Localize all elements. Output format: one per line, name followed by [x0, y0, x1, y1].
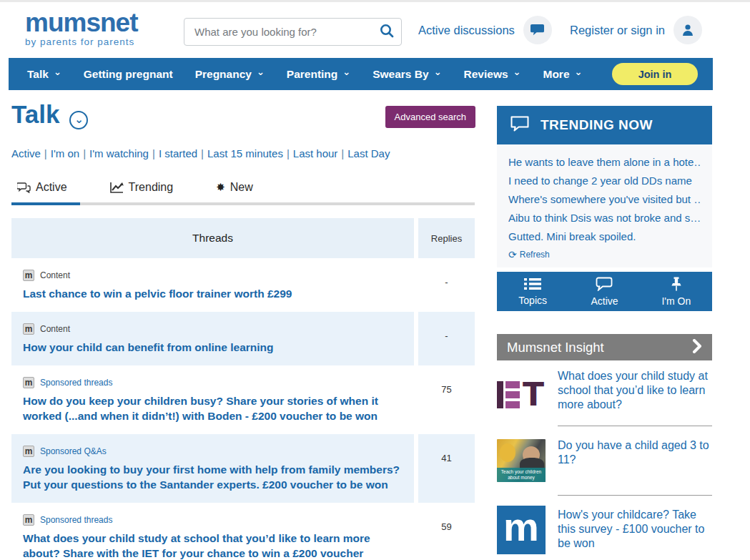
table-row[interactable]: mContent Last chance to win a pelvic flo…: [11, 258, 475, 312]
thread-category: Content: [40, 324, 70, 334]
filter-last-hour[interactable]: Last hour: [293, 147, 338, 159]
thread-title[interactable]: How do you keep your children busy? Shar…: [23, 393, 403, 423]
filter-active[interactable]: Active: [11, 147, 41, 159]
main-content: Talk⌄ Advanced search Active|I'm on|I'm …: [11, 100, 475, 560]
quickbar-im-on-label: I'm On: [661, 295, 691, 307]
search-button[interactable]: [372, 19, 401, 45]
trending-item[interactable]: Gutted. Mini break spoiled.: [508, 227, 701, 246]
chevron-down-icon: ⌄: [513, 67, 521, 77]
trending-item[interactable]: Aibu to think Dsis was not broke and s…: [508, 209, 701, 227]
mumsnet-insight-header[interactable]: Mumsnet Insight: [497, 334, 712, 360]
nav-item-parenting[interactable]: Parenting⌄: [287, 68, 350, 81]
nav-item-swears-by[interactable]: Swears By⌄: [372, 68, 441, 81]
threads-table: Threads Replies mContent Last chance to …: [11, 218, 475, 560]
thread-title[interactable]: Last chance to win a pelvic floor traine…: [23, 286, 403, 301]
nav-item-talk[interactable]: Talk⌄: [27, 68, 61, 81]
user-icon: [673, 16, 702, 44]
table-row[interactable]: mContent How your child can benefit from…: [11, 312, 475, 365]
refresh-link[interactable]: ⟳ Refresh: [508, 249, 701, 260]
insight-item[interactable]: Teach your children about money Do you h…: [497, 436, 712, 485]
filter-im-watching[interactable]: I'm watching: [89, 147, 149, 159]
chevron-down-icon: ⌄: [434, 67, 442, 77]
reply-count: 41: [418, 434, 475, 503]
search-input[interactable]: [184, 26, 372, 38]
tab-new-label: New: [230, 181, 253, 194]
mumsnet-logo[interactable]: mumsnet by parents for parents: [25, 9, 137, 47]
thread-title[interactable]: How your child can benefit from online l…: [23, 340, 403, 355]
title-chevron-icon[interactable]: ⌄: [69, 111, 88, 129]
chevron-down-icon: ⌄: [575, 67, 583, 77]
insight-item-text[interactable]: How's your childcare? Take this survey -…: [558, 506, 712, 554]
quickbar-active-label: Active: [591, 295, 618, 307]
logo-tagline: by parents for parents: [25, 36, 137, 47]
quickbar-topics[interactable]: Topics: [497, 272, 568, 311]
mumsnet-insight-title: Mumsnet Insight: [507, 340, 692, 355]
mumsnet-badge-icon: m: [23, 270, 34, 281]
insight-item[interactable]: T What does your child study at school t…: [497, 367, 712, 416]
divider: [558, 426, 712, 426]
speech-bubble-outline-icon: [510, 115, 530, 135]
chevron-right-icon: [692, 339, 702, 356]
table-row[interactable]: mSponsored threads What does your child …: [11, 503, 475, 560]
thread-title[interactable]: What does your child study at school tha…: [23, 531, 403, 560]
trending-item[interactable]: I need to change 2 year old DDs name: [508, 172, 701, 190]
insight-item-text[interactable]: Do you have a child aged 3 to 11?: [558, 436, 712, 485]
reply-count: 59: [418, 503, 475, 560]
register-signin-label: Register or sign in: [570, 24, 665, 37]
join-in-button[interactable]: Join in: [612, 63, 698, 85]
insight-item[interactable]: m How's your childcare? Take this survey…: [497, 506, 712, 554]
divider: [558, 495, 712, 496]
starburst-icon: ✸: [216, 181, 225, 194]
chevron-down-icon: ⌄: [257, 67, 265, 77]
reply-count: -: [418, 312, 475, 365]
active-discussions-link[interactable]: Active discussions: [418, 2, 552, 58]
sidebar: TRENDING NOW He wants to leave them alon…: [497, 106, 712, 560]
mumsnet-badge-icon: m: [23, 323, 34, 335]
thread-title[interactable]: Are you looking to buy your first home w…: [23, 462, 403, 492]
chevron-down-icon: ⌄: [342, 67, 350, 77]
refresh-label: Refresh: [520, 250, 550, 260]
table-header: Threads Replies: [11, 218, 475, 258]
nav-item-pregnancy[interactable]: Pregnancy⌄: [195, 68, 265, 81]
filter-last-day[interactable]: Last Day: [347, 147, 390, 159]
advanced-search-button[interactable]: Advanced search: [385, 106, 475, 128]
search-box: [184, 18, 402, 46]
filter-last-15-minutes[interactable]: Last 15 minutes: [207, 147, 283, 159]
reply-count: 75: [418, 365, 475, 434]
tab-trending[interactable]: Trending: [104, 181, 179, 202]
pin-icon: [671, 277, 682, 293]
page-title: Talk: [11, 100, 59, 129]
thread-category-link[interactable]: Sponsored Q&As: [40, 446, 107, 456]
mumsnet-logo-thumb: m: [497, 506, 546, 554]
trending-item[interactable]: He wants to leave them alone in a hote…: [508, 153, 701, 172]
search-icon: [379, 23, 395, 41]
tab-active-label: Active: [36, 181, 67, 194]
site-header: mumsnet by parents for parents Active di…: [0, 2, 750, 58]
filter-links: Active|I'm on|I'm watching|I started|Las…: [11, 147, 475, 159]
main-navbar: Talk⌄ Getting pregnant Pregnancy⌄ Parent…: [9, 58, 713, 90]
tab-new[interactable]: ✸ New: [210, 181, 259, 202]
trending-now-title: TRENDING NOW: [541, 117, 653, 133]
table-row[interactable]: mSponsored Q&As Are you looking to buy y…: [11, 434, 475, 503]
chevron-down-icon: ⌄: [54, 67, 61, 77]
thread-category: Content: [40, 270, 70, 280]
active-discussions-label: Active discussions: [418, 24, 515, 37]
quickbar-topics-label: Topics: [518, 295, 547, 306]
quickbar-im-on[interactable]: I'm On: [641, 272, 712, 311]
filter-im-on[interactable]: I'm on: [51, 147, 79, 159]
insight-item-text[interactable]: What does your child study at school tha…: [558, 367, 712, 416]
register-signin-link[interactable]: Register or sign in: [570, 2, 702, 58]
iet-logo: T: [497, 367, 546, 416]
children-money-photo: Teach your children about money: [497, 436, 546, 485]
filter-i-started[interactable]: I started: [159, 147, 197, 159]
tab-active[interactable]: Active: [11, 181, 73, 202]
nav-item-more[interactable]: More⌄: [543, 68, 582, 81]
thread-category-link[interactable]: Sponsored threads: [40, 515, 112, 525]
trending-item[interactable]: Where's somewhere you've visited but …: [508, 190, 701, 209]
quickbar-active[interactable]: Active: [568, 272, 640, 311]
nav-item-getting-pregnant[interactable]: Getting pregnant: [84, 68, 173, 81]
nav-item-reviews[interactable]: Reviews⌄: [464, 68, 521, 81]
thread-category-link[interactable]: Sponsored threads: [40, 378, 112, 388]
quick-nav-bar: Topics Active I'm On: [497, 272, 712, 311]
table-row[interactable]: mSponsored threads How do you keep your …: [11, 365, 475, 434]
